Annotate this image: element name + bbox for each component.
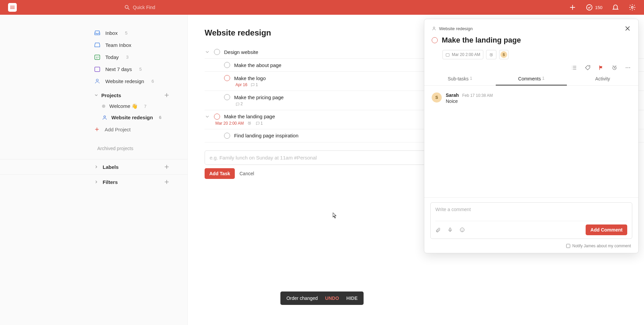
toast-hide[interactable]: HIDE [346, 296, 358, 301]
comment-item: S Sarah Feb 17 10:38 AM Noice [432, 92, 631, 104]
comment-icon [235, 102, 240, 107]
reminder-icon[interactable] [611, 65, 618, 71]
project-label: Website redesign [111, 115, 153, 120]
priority-flag-icon[interactable] [598, 65, 604, 71]
task-title: Design website [224, 49, 258, 55]
sidebar-project-website-redesign[interactable]: Website redesign 6 [0, 112, 187, 123]
tag-icon[interactable] [585, 65, 591, 71]
project-label: Welcome 👋 [109, 103, 138, 109]
add-filter-icon[interactable] [163, 179, 170, 185]
tab-activity[interactable]: Activity [567, 73, 638, 85]
add-label-icon[interactable] [163, 164, 170, 170]
close-icon[interactable] [624, 25, 631, 32]
shared-project-icon [102, 115, 107, 120]
sidebar-item-team-inbox[interactable]: Team Inbox [0, 39, 187, 51]
tab-label: Sub-tasks [448, 76, 469, 82]
plus-icon[interactable] [569, 4, 576, 11]
add-comment-button[interactable]: Add Comment [586, 224, 627, 235]
task-detail-panel: Website redesign Make the landing page M… [424, 19, 639, 253]
quick-find-placeholder: Quick Find [133, 5, 155, 10]
reminder-chip[interactable] [486, 50, 496, 59]
tab-label: Comments [518, 76, 541, 81]
task-comment-count: 1 [251, 82, 258, 87]
tab-label: Activity [595, 76, 610, 82]
settings-gear-icon[interactable] [629, 4, 636, 11]
comment-text: Noice [446, 99, 631, 104]
sidebar-filters-header[interactable]: Filters [0, 174, 187, 189]
sidebar: Inbox 5 Team Inbox 17 Today 3 Ne [0, 15, 188, 325]
app-logo[interactable] [8, 3, 17, 12]
sidebar-label: Website redesign [105, 78, 144, 84]
svg-point-19 [460, 228, 464, 232]
detail-task-checkbox[interactable] [432, 37, 438, 43]
more-icon[interactable] [625, 65, 631, 71]
comment-author: Sarah [446, 92, 459, 98]
svg-point-3 [631, 6, 633, 8]
task-title: Make the pricing page [234, 94, 284, 100]
sidebar-label: Inbox [105, 30, 118, 36]
detail-breadcrumb[interactable]: Website redesign [439, 26, 473, 31]
emoji-icon[interactable] [460, 227, 465, 233]
task-due-date: Mar 20 2:00 AM [215, 121, 244, 126]
chevron-down-icon[interactable] [205, 114, 210, 119]
notifications-icon[interactable] [612, 4, 619, 11]
svg-rect-11 [446, 53, 449, 56]
attachment-icon[interactable] [435, 227, 441, 233]
svg-point-2 [587, 5, 592, 10]
task-checkbox[interactable] [214, 49, 220, 55]
sidebar-item-website-redesign-shortcut[interactable]: Website redesign 6 [0, 75, 187, 87]
sidebar-labels-header[interactable]: Labels [0, 159, 187, 174]
chevron-down-icon[interactable] [205, 49, 210, 55]
due-date-chip[interactable]: Mar 20 2:00 AM [442, 50, 483, 59]
topbar: Quick Find 150 [0, 0, 644, 15]
comment-input[interactable]: Write a comment Add Comment [430, 202, 632, 239]
tab-comments[interactable]: Comments 1 [496, 73, 567, 85]
toast-undo[interactable]: UNDO [325, 296, 339, 301]
productivity-button[interactable]: 150 [586, 4, 602, 11]
add-task-button[interactable]: Add Task [205, 168, 235, 179]
due-date-text: Mar 20 2:00 AM [452, 52, 480, 57]
sidebar-item-inbox[interactable]: Inbox 5 [0, 27, 187, 39]
sidebar-project-welcome[interactable]: Welcome 👋 7 [0, 101, 187, 112]
svg-point-15 [626, 67, 627, 68]
task-checkbox[interactable] [224, 75, 230, 81]
svg-point-8 [104, 116, 105, 117]
notify-checkbox[interactable] [566, 244, 570, 248]
sidebar-count: 6 [152, 79, 154, 84]
filters-label: Filters [103, 179, 118, 185]
task-checkbox[interactable] [214, 114, 220, 120]
shared-project-icon [432, 26, 436, 31]
sidebar-item-next-7-days[interactable]: Next 7 days 5 [0, 63, 187, 75]
assignee-chip[interactable]: S [499, 50, 508, 59]
archived-projects-link[interactable]: Archived projects [0, 136, 187, 154]
microphone-icon[interactable] [447, 227, 453, 233]
sidebar-count: 3 [126, 55, 128, 60]
toast-message: Order changed [286, 296, 318, 301]
quick-find[interactable]: Quick Find [124, 4, 155, 10]
assignee-avatar: S [500, 51, 507, 58]
tab-subtasks[interactable]: Sub-tasks 1 [424, 73, 496, 85]
list-icon[interactable] [571, 65, 577, 71]
today-icon: 17 [94, 54, 101, 60]
next7-icon [94, 66, 101, 72]
add-project-button[interactable]: Add Project [0, 123, 187, 136]
team-inbox-icon [94, 42, 101, 48]
sidebar-count: 5 [139, 67, 142, 72]
svg-point-7 [96, 79, 98, 81]
detail-task-title[interactable]: Make the landing page [442, 36, 521, 45]
notify-row[interactable]: Notify James about my comment [424, 242, 638, 253]
shared-project-icon [94, 78, 101, 84]
task-checkbox[interactable] [224, 133, 230, 139]
svg-point-13 [589, 66, 589, 67]
add-project-icon[interactable] [163, 92, 170, 99]
svg-rect-18 [449, 228, 451, 231]
productivity-icon [586, 4, 593, 11]
task-checkbox[interactable] [224, 94, 230, 100]
task-checkbox[interactable] [224, 62, 230, 68]
sidebar-item-today[interactable]: 17 Today 3 [0, 51, 187, 63]
cancel-button[interactable]: Cancel [239, 171, 254, 176]
sidebar-projects-header[interactable]: Projects [0, 87, 187, 101]
project-color-dot [102, 105, 105, 108]
search-icon [124, 4, 130, 10]
notify-label: Notify James about my comment [572, 244, 631, 248]
